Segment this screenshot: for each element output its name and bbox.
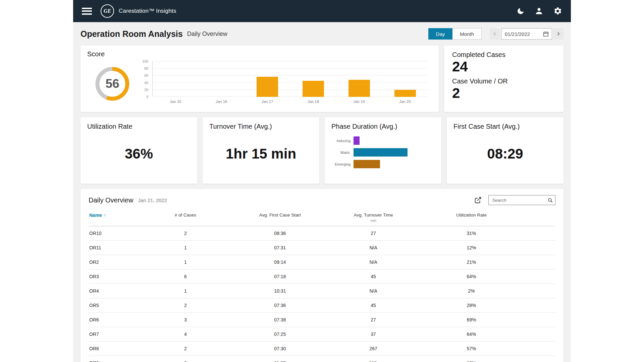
cell-utilization: 2% xyxy=(420,288,523,294)
score-card-title: Score xyxy=(87,50,432,58)
cell-turnover: 27 xyxy=(327,317,420,322)
first-case-start-value: 08:29 xyxy=(453,146,557,162)
column-turnover-unit: min xyxy=(327,219,420,223)
phase-bar[interactable] xyxy=(354,136,360,145)
score-chart-bar[interactable] xyxy=(394,90,416,97)
daily-overview-title: Daily Overview xyxy=(89,196,133,204)
cell-turnover: 37 xyxy=(327,331,420,337)
export-icon[interactable] xyxy=(474,196,482,204)
user-icon[interactable] xyxy=(535,7,543,15)
column-header-cases[interactable]: # of Cases xyxy=(138,213,233,218)
score-chart-ytick: 60 xyxy=(140,73,148,77)
score-chart-slot: Jan 15 xyxy=(153,61,199,97)
column-header-utilization[interactable]: Utilization Rate xyxy=(420,213,523,218)
score-chart-xtick: Jan 20 xyxy=(382,100,428,104)
previous-day-button[interactable] xyxy=(490,28,500,40)
table-row[interactable]: OR11107:31N/A12% xyxy=(89,241,555,255)
phase-bar[interactable] xyxy=(354,148,408,157)
score-chart-xtick: Jan 16 xyxy=(199,100,245,104)
cell-utilization: 12% xyxy=(420,245,523,250)
cell-turnover: 45 xyxy=(327,274,420,279)
cell-turnover: N/A xyxy=(327,259,420,265)
cell-cases: 1 xyxy=(138,259,233,265)
cell-name: OR10 xyxy=(89,231,138,236)
cell-turnover: 45 xyxy=(327,303,420,308)
phase-duration-card: Phase Duration (Avg.) InducingMaint.Emer… xyxy=(325,117,441,184)
table-row[interactable]: OR4110:31N/A2% xyxy=(89,284,555,298)
column-header-first-case-start[interactable]: Avg. First Case Start xyxy=(233,213,327,218)
date-field[interactable] xyxy=(501,28,552,40)
next-day-button[interactable] xyxy=(553,28,564,40)
moon-icon[interactable] xyxy=(517,7,525,15)
completed-cases-card: Completed Cases 24 Case Volume / OR 2 xyxy=(444,46,564,112)
cell-first_case_start: 07:38 xyxy=(233,317,327,322)
score-chart-bar[interactable] xyxy=(348,80,370,97)
cell-first_case_start: 07:25 xyxy=(233,331,327,337)
month-toggle-button[interactable]: Month xyxy=(452,28,482,40)
table-row[interactable]: OR9211:27N/A10% xyxy=(89,356,555,362)
first-case-start-card: First Case Start (Avg.) 08:29 xyxy=(447,117,564,184)
cell-utilization: 69% xyxy=(420,317,523,322)
phase-bar[interactable] xyxy=(354,160,380,168)
column-turnover-label: Avg. Turnover Time xyxy=(354,213,393,218)
table-row[interactable]: OR5207:364528% xyxy=(89,298,555,313)
cell-turnover: N/A xyxy=(327,360,420,362)
phase-duration-title: Phase Duration (Avg.) xyxy=(331,123,435,130)
ge-logo-text: GE xyxy=(104,8,111,14)
search-input[interactable] xyxy=(488,195,555,205)
ge-logo: GE xyxy=(101,4,114,18)
table-row[interactable]: OR8207:3026757% xyxy=(89,342,555,356)
cell-utilization: 64% xyxy=(420,331,523,337)
score-chart-ytick: 80 xyxy=(140,66,148,70)
score-value: 56 xyxy=(105,77,119,91)
search-icon[interactable] xyxy=(547,197,553,203)
turnover-time-title: Turnover Time (Avg.) xyxy=(209,123,313,130)
first-case-start-title: First Case Start (Avg.) xyxy=(453,123,557,130)
table-row[interactable]: OR3607:184564% xyxy=(89,269,555,284)
score-chart-bar[interactable] xyxy=(257,77,278,97)
daily-overview-date: Jan 21, 2022 xyxy=(138,197,167,203)
score-chart-bars: Jan 15Jan 16Jan 17Jan 18Jan 19Jan 20 xyxy=(153,61,428,97)
cell-name: OR9 xyxy=(89,360,138,362)
date-input[interactable] xyxy=(505,31,540,37)
cell-name: OR7 xyxy=(89,331,138,337)
score-chart-slot: Jan 16 xyxy=(199,61,245,97)
utilization-rate-title: Utilization Rate xyxy=(87,123,191,130)
column-header-name[interactable]: Name ↑ xyxy=(89,213,138,218)
score-chart-slot: Jan 17 xyxy=(245,61,290,97)
search-box xyxy=(488,195,555,205)
case-volume-value: 2 xyxy=(452,85,555,101)
score-chart-ytick: 0 xyxy=(140,95,148,99)
cell-first_case_start: 11:27 xyxy=(233,360,327,362)
table-row[interactable]: OR10208:362731% xyxy=(89,226,555,241)
table-row[interactable]: OR7407:253764% xyxy=(89,327,555,342)
score-chart-ytick: 20 xyxy=(140,88,148,92)
score-chart-ytick: 100 xyxy=(140,59,148,63)
utilization-rate-card: Utilization Rate 36% xyxy=(80,117,197,184)
score-chart-xtick: Jan 15 xyxy=(153,100,199,104)
cell-first_case_start: 09:14 xyxy=(233,259,327,265)
cell-first_case_start: 07:36 xyxy=(233,303,327,308)
cell-utilization: 64% xyxy=(420,274,523,279)
page-title: Operation Room Analysis xyxy=(80,29,183,39)
utilization-rate-value: 36% xyxy=(87,146,191,162)
table-row[interactable]: OR2109:14N/A21% xyxy=(89,255,555,269)
phase-row: Maint. xyxy=(331,148,435,157)
score-chart-slot: Jan 19 xyxy=(336,61,382,97)
cell-cases: 4 xyxy=(138,331,233,337)
score-chart-ylabels: 100806040200 xyxy=(140,61,150,97)
menu-icon[interactable] xyxy=(82,6,92,16)
gear-icon[interactable] xyxy=(553,7,562,15)
completed-cases-label: Completed Cases xyxy=(452,51,555,59)
table-row[interactable]: OR6307:382769% xyxy=(89,313,555,327)
cell-cases: 1 xyxy=(138,245,233,250)
cell-turnover: 27 xyxy=(327,231,420,236)
cell-first_case_start: 07:30 xyxy=(233,346,327,351)
phase-chart: InducingMaint.Emerging xyxy=(331,136,435,168)
calendar-icon[interactable] xyxy=(543,31,549,37)
case-volume-label: Case Volume / OR xyxy=(452,77,555,85)
turnover-time-card: Turnover Time (Avg.) 1hr 15 min xyxy=(203,117,319,184)
day-toggle-button[interactable]: Day xyxy=(428,28,453,40)
score-chart-bar[interactable] xyxy=(303,81,324,97)
column-header-turnover-time[interactable]: Avg. Turnover Time min xyxy=(327,213,420,223)
